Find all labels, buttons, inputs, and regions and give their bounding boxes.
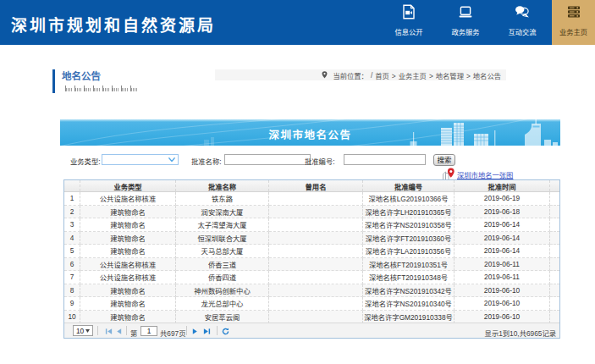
page-title: 地名公告: [62, 69, 101, 82]
map-buildings-pin-icon: [442, 168, 456, 180]
table-cell: 龙光总部中心: [176, 297, 269, 311]
table-cell: 2019-06-14: [455, 232, 550, 245]
table-cell: 神州数码创新中心: [176, 284, 269, 298]
table-row[interactable]: 2建筑物命名润安深南大厦深地名许字LH201910365号2019-06-18: [64, 206, 559, 219]
table-cell: 深地名许字NS201910340号: [363, 297, 455, 311]
table-row[interactable]: 9建筑物命名龙光总部中心深地名许字NS201910340号2019-06-10: [64, 297, 559, 311]
table-cell-filler: [550, 232, 559, 245]
table-header-cell: 批准时间: [455, 180, 550, 191]
table-cell: 公共设施名称核准: [80, 192, 176, 206]
table-cell-filler: [550, 245, 559, 258]
approval-code-input[interactable]: [344, 154, 426, 165]
table-cell: 建筑物命名: [80, 311, 176, 324]
table-row[interactable]: 10建筑物命名安居萃云阁深地名许字GM201910338号2019-06-10: [64, 311, 559, 324]
table-cell: 侨香四道: [176, 271, 269, 284]
table-cell-filler: [550, 297, 559, 311]
pager-divider: [126, 326, 127, 335]
table-cell: 2019-06-18: [455, 206, 550, 219]
pager-status: 显示1到10,共6965记录: [485, 328, 556, 338]
table-cell: 润安深南大厦: [176, 206, 269, 219]
table-header-cell: 业务类型: [80, 180, 176, 191]
table-cell: 天马总部大厦: [176, 245, 269, 258]
table-header-cell: [64, 180, 80, 191]
search-button[interactable]: 搜索: [433, 154, 455, 166]
table-cell: 公共设施名称核准: [80, 271, 176, 284]
table-cell: [269, 232, 363, 245]
info-disclosure-icon: [401, 4, 416, 19]
nav-item-info-disclosure[interactable]: 信息公开: [381, 0, 437, 45]
table-row[interactable]: 1公共设施名称核准铁东路深地名核LG201910366号2019-06-19: [64, 192, 559, 206]
table-row[interactable]: 4建筑物命名恒深圳联合大厦深地名许字FT201910360号2019-06-14: [64, 232, 559, 245]
table-cell: [269, 271, 363, 284]
table-cell-filler: [550, 206, 559, 219]
table-cell: 公共设施名称核准: [80, 258, 176, 272]
table-cell: 建筑物命名: [80, 284, 176, 298]
nav-item-business-home[interactable]: 业务主页: [552, 0, 595, 45]
table-cell: 深地名核LG201910366号: [363, 192, 455, 206]
breadcrumb-link[interactable]: 业务主页: [399, 72, 427, 80]
breadcrumb-link[interactable]: 地名公告: [473, 72, 501, 80]
refresh-button[interactable]: [222, 328, 229, 335]
table-cell: 8: [64, 284, 80, 298]
table-cell-filler: [550, 311, 559, 324]
select-arrow-icon: [85, 329, 90, 333]
table-header-cell: 曾用名: [269, 180, 363, 191]
page-number-input[interactable]: [140, 326, 157, 336]
chevron-down-icon: [168, 157, 175, 163]
table-cell: 6: [64, 258, 80, 272]
table-body: 1公共设施名称核准铁东路深地名核LG201910366号2019-06-192建…: [64, 192, 559, 323]
city-map-link[interactable]: 深圳市地名一张图: [457, 169, 513, 179]
table-cell: 建筑物命名: [80, 245, 176, 258]
breadcrumb-link[interactable]: 地名管理: [436, 72, 464, 80]
breadcrumb: 当前位置： / 首页>业务主页>地名管理>地名公告: [215, 69, 506, 80]
table-row[interactable]: 3建筑物命名太子湾望海大厦深地名许字NS201910358号2019-06-14: [64, 218, 559, 232]
table-cell: 建筑物命名: [80, 218, 176, 232]
table-row[interactable]: 7公共设施名称核准侨香四道深地名核FT201910348号2019-06-11: [64, 271, 559, 284]
table-cell: 9: [64, 297, 80, 311]
table-cell: 2019-06-19: [455, 192, 550, 206]
table-cell: [269, 192, 363, 206]
table-cell: 深地名许字LA201910356号: [363, 245, 455, 258]
table-header-cell: 批准名称: [176, 180, 269, 191]
table-cell: 深地名许字FT201910360号: [363, 232, 455, 245]
interaction-icon: [515, 4, 530, 19]
table-cell-filler: [550, 271, 559, 284]
table-cell: 深地名许字LH201910365号: [363, 206, 455, 219]
table-row[interactable]: 8建筑物命名神州数码创新中心深地名许字NS201910342号2019-06-1…: [64, 284, 559, 298]
table-cell: 2019-06-10: [455, 311, 550, 324]
table-row[interactable]: 6公共设施名称核准侨香三道深地名核FT201910351号2019-06-11: [64, 258, 559, 272]
business-type-select[interactable]: [102, 154, 179, 165]
table-cell: [269, 245, 363, 258]
next-page-button[interactable]: [191, 328, 199, 335]
filter-code-label: 批准编号:: [305, 156, 335, 166]
approved-name-input[interactable]: [224, 154, 311, 165]
table-cell: 2019-06-10: [455, 297, 550, 311]
table-cell: 3: [64, 218, 80, 232]
table-cell: 7: [64, 271, 80, 284]
business-home-icon: [566, 4, 581, 19]
first-page-button[interactable]: [105, 328, 113, 335]
prev-page-button[interactable]: [115, 328, 123, 335]
last-page-button[interactable]: [203, 328, 211, 335]
section-title-bar: [52, 69, 55, 93]
table-cell: 2019-06-11: [455, 271, 550, 284]
table-cell: 深地名许字NS201910342号: [363, 284, 455, 298]
breadcrumb-link[interactable]: 首页: [375, 72, 389, 80]
breadcrumb-separator: >: [392, 72, 396, 80]
table-row[interactable]: 5建筑物命名天马总部大厦深地名许字LA201910356号2019-06-14: [64, 245, 559, 258]
table-cell: 太子湾望海大厦: [176, 218, 269, 232]
table-cell-filler: [550, 284, 559, 298]
table-cell: 10: [64, 311, 80, 324]
announcement-banner: 深圳市地名公告: [60, 119, 560, 146]
nav-item-interaction[interactable]: 互动交流: [494, 0, 550, 45]
breadcrumb-items: 首页>业务主页>地名管理>地名公告: [375, 70, 501, 80]
breadcrumb-separator: >: [466, 72, 471, 80]
location-pin-icon: [322, 71, 328, 79]
table-cell: 2019-06-11: [455, 258, 550, 272]
gov-service-icon: [458, 4, 473, 19]
pager-divider: [186, 326, 187, 335]
table-cell: 2019-06-14: [455, 245, 550, 258]
page-size-select[interactable]: 10: [73, 325, 93, 336]
nav-item-gov-service[interactable]: 政务服务: [438, 0, 493, 45]
pagination-bar: 10 第 共697页 显示1到10,共6965记录: [64, 323, 559, 338]
